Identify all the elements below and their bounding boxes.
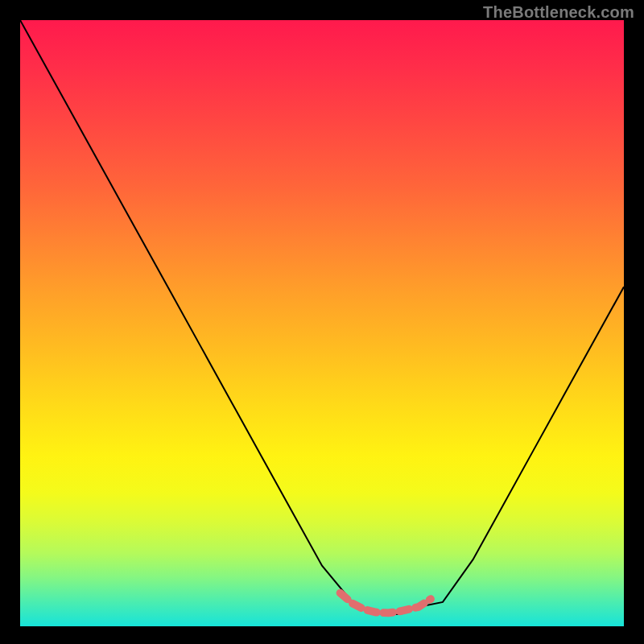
- chart-stage: TheBottleneck.com: [0, 0, 644, 644]
- plot-area: [20, 20, 624, 626]
- marker-curve-path: [341, 593, 431, 613]
- watermark-text: TheBottleneck.com: [483, 3, 634, 22]
- chart-svg: [20, 20, 624, 626]
- main-curve-path: [20, 20, 624, 614]
